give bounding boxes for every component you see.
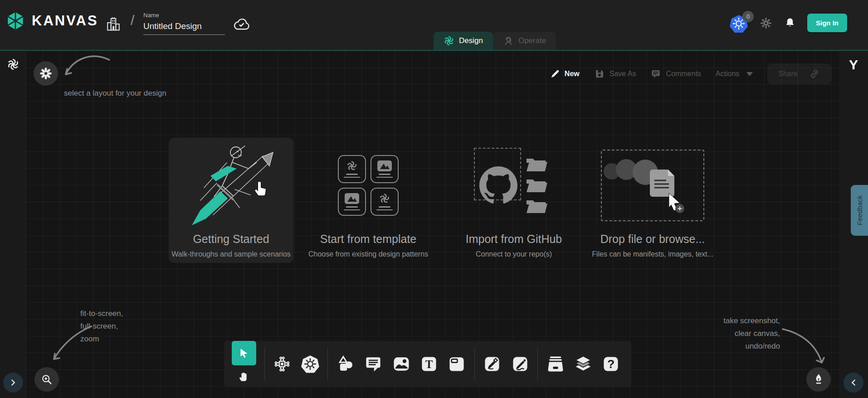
zoom-controls-button[interactable]: [34, 367, 59, 392]
divider: [537, 348, 538, 380]
feedback-tab[interactable]: Feedback: [851, 185, 868, 236]
drawer-archive-icon: [545, 354, 566, 374]
cursor-arrow-icon: [238, 347, 250, 359]
hint-line: zoom: [80, 333, 123, 345]
card-subtitle: Walk-throughs and sample scenarios: [171, 250, 291, 258]
card-title: Getting Started: [193, 233, 269, 246]
getting-started-illustration: [169, 138, 293, 233]
drawer-tool[interactable]: [545, 354, 566, 374]
chevron-right-icon: [8, 378, 18, 388]
folder-icon: [525, 177, 548, 194]
card-title: Start from template: [320, 233, 417, 246]
expand-left-panel-button[interactable]: [3, 373, 23, 393]
layout-flower-icon: [39, 67, 53, 80]
settings-gear-icon[interactable]: [759, 16, 773, 30]
notifications-bell-icon[interactable]: [784, 16, 796, 30]
tab-operate[interactable]: Operate: [493, 32, 556, 50]
screenshot-hint-arrow: [776, 324, 835, 371]
select-tool-button[interactable]: [232, 341, 256, 365]
layers-tool[interactable]: [573, 354, 594, 374]
starter-cards: Getting Started Walk-throughs and sample…: [169, 138, 713, 263]
drop-file-card[interactable]: Drop file or browse... Files can be mani…: [596, 138, 709, 263]
pencil-tool[interactable]: [510, 354, 531, 374]
screenshot-hint-text: take screenshot, clear canvas, undo/redo: [723, 315, 780, 353]
design-name-field[interactable]: Name Untitled Design: [143, 12, 225, 35]
tab-design[interactable]: Design: [434, 32, 493, 50]
sticky-note-icon: [447, 354, 467, 374]
actions-dropdown[interactable]: Actions: [716, 70, 753, 78]
card-title: Import from GitHub: [466, 233, 562, 246]
save-as-label: Save As: [610, 70, 636, 78]
mode-tabs: Design Operate: [434, 32, 556, 50]
design-name-input[interactable]: Untitled Design: [143, 21, 225, 35]
new-label: New: [565, 70, 580, 78]
hand-icon: [238, 370, 250, 382]
pen-tool[interactable]: [482, 354, 502, 374]
image-icon: [377, 160, 392, 172]
image-tool[interactable]: [391, 354, 412, 374]
template-illustration: [307, 138, 429, 233]
save-floppy-icon: [594, 68, 605, 79]
right-rail: Y Feedback: [839, 51, 868, 398]
kanvas-hexagon-icon: [5, 11, 25, 31]
help-icon: ?: [601, 354, 621, 374]
hint-line: clear canvas,: [723, 327, 780, 340]
card-subtitle: Choose from existing design patterns: [308, 250, 428, 258]
kubernetes-tool[interactable]: [300, 354, 321, 374]
folder-icon: [525, 198, 548, 215]
sign-in-button[interactable]: Sign In: [807, 14, 847, 32]
design-canvas[interactable]: select a layout for your design New Save…: [26, 51, 839, 398]
text-tool-glyph: T: [425, 358, 433, 370]
getting-started-card[interactable]: Getting Started Walk-throughs and sample…: [169, 138, 293, 263]
expand-right-panel-button[interactable]: [844, 373, 863, 393]
pan-tool-button[interactable]: [238, 365, 250, 387]
template-tile: [371, 188, 399, 216]
shapes-tool[interactable]: [335, 354, 356, 374]
new-button[interactable]: New: [550, 69, 580, 79]
select-layout-button[interactable]: [34, 61, 58, 86]
help-glyph: ?: [607, 357, 614, 371]
node-graph-tool[interactable]: [272, 354, 293, 374]
left-rail: [0, 51, 26, 398]
import-from-github-card[interactable]: Import from GitHub Connect to your repo(…: [454, 138, 573, 263]
tab-design-label: Design: [459, 36, 483, 45]
drop-file-doodle: [602, 150, 706, 221]
image-icon: [344, 193, 360, 204]
spiral-icon: [346, 160, 358, 172]
note-tool[interactable]: [446, 354, 467, 374]
chevron-left-icon: [848, 378, 858, 388]
text-tool[interactable]: T: [419, 354, 439, 374]
brand-name: KANVAS: [32, 13, 98, 29]
save-as-button[interactable]: Save As: [594, 68, 636, 79]
hand-cursor-icon: [254, 180, 270, 199]
help-tool[interactable]: ?: [600, 354, 621, 374]
magnifier-plus-icon: [40, 373, 53, 386]
y-logo: Y: [849, 57, 858, 73]
comments-button[interactable]: Comments: [650, 68, 701, 79]
tools-dock: T: [224, 341, 631, 387]
drop-file-illustration: [596, 138, 709, 233]
repo-folders: [525, 156, 548, 215]
hint-line: full-screen,: [80, 320, 123, 333]
pencil-icon: [550, 69, 560, 79]
share-button[interactable]: Share: [767, 63, 831, 84]
node-graph-icon: [273, 354, 292, 374]
breadcrumb-separator: /: [131, 13, 134, 28]
main-area: select a layout for your design New Save…: [0, 50, 868, 398]
layers-icon: [573, 354, 594, 374]
spiral-menu-icon[interactable]: [7, 58, 20, 71]
spiral-icon: [379, 193, 390, 204]
comment-tool[interactable]: [363, 354, 384, 374]
github-illustration: [454, 138, 573, 233]
template-tile: [371, 155, 399, 183]
image-tool-icon: [391, 354, 411, 374]
github-octocat-icon: [479, 166, 517, 204]
comments-label: Comments: [666, 70, 701, 78]
card-subtitle: Files can be manifests, images, text...: [592, 250, 713, 258]
kubernetes-status[interactable]: 0: [729, 14, 748, 32]
canvas-actions-button[interactable]: [806, 367, 831, 392]
start-from-template-card[interactable]: Start from template Choose from existing…: [307, 138, 429, 263]
tab-operate-label: Operate: [518, 36, 546, 45]
layout-hint-arrow: [52, 53, 111, 84]
organization-building-icon[interactable]: [105, 15, 122, 33]
